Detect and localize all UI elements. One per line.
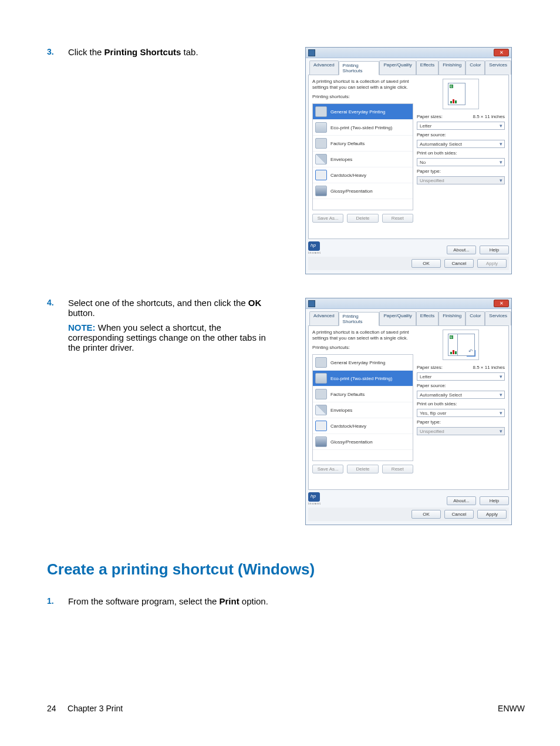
paper-type-select[interactable]: Unspecified [417, 176, 505, 184]
shortcut-desc: A printing shortcut is a collection of s… [312, 79, 413, 90]
both-sides-select[interactable]: No [417, 158, 505, 166]
shortcut-list-label: Printing shortcuts: [312, 345, 413, 351]
paper-sizes-dim: 8.5 × 11 inches [473, 365, 505, 370]
shortcut-cardstock[interactable]: Cardstock/Heavy [313, 167, 413, 183]
shortcut-everyday[interactable]: General Everyday Printing [313, 355, 413, 371]
app-icon [308, 300, 315, 307]
shortcut-cardstock-label: Cardstock/Heavy [330, 173, 366, 178]
paper-sizes-label: Paper sizes: [417, 114, 443, 119]
step-4-bold: OK [248, 298, 262, 308]
glossy-icon [315, 186, 327, 196]
shortcut-eco-label: Eco-print (Two-sided Printing) [330, 376, 392, 381]
ok-button[interactable]: OK [411, 510, 441, 519]
step-1-bold: Print [220, 596, 239, 606]
paper-sizes-select[interactable]: Letter [417, 122, 505, 130]
tab-effects[interactable]: Effects [416, 61, 438, 75]
eco-icon [315, 373, 327, 384]
dialog-title-bar: ✕ [306, 48, 511, 58]
eco-icon [315, 122, 327, 133]
heading-create-shortcut: Create a printing shortcut (Windows) [47, 560, 525, 579]
save-as-button[interactable]: Save As... [312, 465, 343, 473]
paper-source-label: Paper source: [417, 132, 505, 137]
both-sides-select[interactable]: Yes, flip over [417, 409, 505, 417]
shortcut-list-label: Printing shortcuts: [312, 94, 413, 100]
tab-color[interactable]: Color [465, 61, 485, 75]
step-4-text: Select one of the shortcuts, and then cl… [68, 298, 274, 318]
delete-button[interactable]: Delete [347, 465, 378, 473]
cardstock-icon [315, 421, 327, 431]
paper-type-label: Paper type: [417, 169, 505, 174]
shortcut-cardstock[interactable]: Cardstock/Heavy [313, 418, 413, 434]
shortcut-everyday-label: General Everyday Printing [330, 109, 385, 115]
shortcut-factory-label: Factory Defaults [330, 392, 365, 397]
shortcut-glossy-label: Glossy/Presentation [330, 439, 373, 445]
shortcut-glossy-label: Glossy/Presentation [330, 189, 373, 194]
apply-button[interactable]: Apply [477, 259, 507, 268]
shortcut-eco-label: Eco-print (Two-sided Printing) [330, 125, 392, 130]
tab-printing-shortcuts[interactable]: Printing Shortcuts [339, 312, 380, 326]
tab-services[interactable]: Services [485, 61, 511, 75]
step-4-pre: Select one of the shortcuts, and then cl… [68, 298, 248, 308]
ok-button[interactable]: OK [411, 259, 441, 268]
step-4-num: 4. [47, 298, 63, 307]
dialog-title-bar-2: ✕ [306, 298, 511, 309]
reset-button[interactable]: Reset [382, 214, 413, 223]
paper-type-label: Paper type: [417, 419, 505, 425]
step-3-num: 3. [47, 47, 63, 56]
doc-icon [315, 106, 327, 117]
tab-finishing[interactable]: Finishing [438, 311, 465, 325]
step-4-note-label: NOTE: [68, 322, 96, 332]
shortcut-factory[interactable]: Factory Defaults [313, 136, 413, 152]
shortcut-list[interactable]: General Everyday Printing Eco-print (Two… [312, 103, 413, 210]
doc-icon [315, 357, 327, 368]
shortcut-glossy[interactable]: Glossy/Presentation [313, 434, 413, 450]
shortcut-list[interactable]: General Everyday Printing Eco-print (Two… [312, 354, 413, 461]
close-icon[interactable]: ✕ [494, 49, 509, 56]
step-3-text: Click the Printing Shortcuts tab. [68, 47, 274, 57]
step-4-note-text: When you select a shortcut, the correspo… [68, 322, 266, 352]
shortcut-eco[interactable]: Eco-print (Two-sided Printing) [313, 120, 413, 136]
tab-effects[interactable]: Effects [416, 311, 438, 325]
tab-finishing[interactable]: Finishing [438, 61, 465, 75]
app-icon [308, 49, 315, 56]
help-button[interactable]: Help [480, 246, 509, 254]
about-button[interactable]: About... [447, 496, 476, 505]
envelope-icon [315, 405, 327, 415]
factory-icon [315, 389, 327, 399]
shortcut-glossy[interactable]: Glossy/Presentation [313, 183, 413, 199]
paper-sizes-select[interactable]: Letter [417, 372, 505, 381]
tab-printing-shortcuts[interactable]: Printing Shortcuts [339, 61, 380, 75]
paper-type-select[interactable]: Unspecified [417, 427, 505, 435]
cancel-button[interactable]: Cancel [444, 259, 474, 268]
page-footer: 24 Chapter 3 Print ENWW [47, 704, 525, 713]
reset-button[interactable]: Reset [382, 465, 413, 473]
shortcut-envelopes-label: Envelopes [330, 157, 352, 162]
step-1-num: 1. [47, 596, 63, 606]
glossy-icon [315, 436, 327, 447]
shortcut-factory[interactable]: Factory Defaults [313, 387, 413, 402]
tab-services[interactable]: Services [485, 311, 511, 325]
save-as-button[interactable]: Save As... [312, 214, 343, 223]
envelope-icon [315, 154, 327, 164]
step-3-post: tab. [181, 47, 198, 57]
shortcut-envelopes[interactable]: Envelopes [313, 402, 413, 418]
paper-source-select[interactable]: Automatically Select [417, 140, 505, 148]
both-sides-label: Print on both sides: [417, 401, 505, 406]
about-button[interactable]: About... [447, 246, 476, 254]
shortcut-eco[interactable]: Eco-print (Two-sided Printing) [313, 371, 413, 387]
cancel-button[interactable]: Cancel [444, 510, 474, 519]
tab-color[interactable]: Color [465, 311, 485, 325]
tab-paper-quality[interactable]: Paper/Quality [379, 61, 416, 75]
shortcut-envelopes-label: Envelopes [330, 408, 352, 413]
tab-advanced[interactable]: Advanced [309, 311, 339, 325]
step-3-bold: Printing Shortcuts [104, 47, 181, 57]
shortcut-everyday[interactable]: General Everyday Printing [313, 104, 413, 120]
help-button[interactable]: Help [480, 496, 509, 505]
delete-button[interactable]: Delete [347, 214, 378, 223]
close-icon[interactable]: ✕ [494, 300, 509, 307]
apply-button[interactable]: Apply [477, 510, 507, 519]
paper-source-select[interactable]: Automatically Select [417, 391, 505, 399]
shortcut-envelopes[interactable]: Envelopes [313, 152, 413, 167]
tab-paper-quality[interactable]: Paper/Quality [379, 311, 416, 325]
tab-advanced[interactable]: Advanced [309, 61, 339, 75]
